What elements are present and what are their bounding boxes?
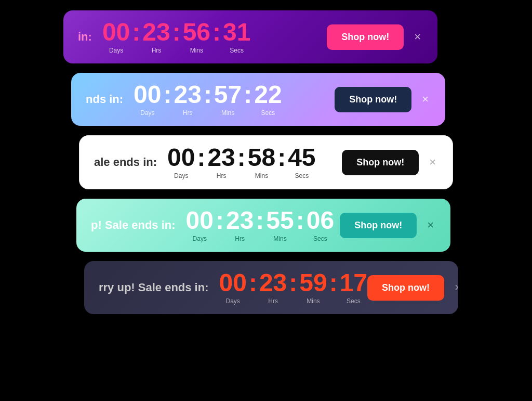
mins-unit: 57 Mins [214, 82, 242, 117]
hrs-value: 23 [142, 20, 170, 45]
days-value: 00 [167, 145, 195, 170]
banner-5-countdown: 00 Days : 23 Hrs : 59 Mins : 17 Secs [219, 270, 368, 305]
shop-now-button-1[interactable]: Shop now! [327, 24, 404, 50]
banner-3-label: ale ends in: [94, 156, 157, 169]
hrs-unit: 23 Hrs [207, 145, 235, 179]
secs-unit: 06 Secs [307, 208, 334, 242]
days-unit: 00 Days [186, 208, 214, 242]
hrs-label: Hrs [235, 235, 245, 242]
hrs-unit: 23 Hrs [142, 20, 170, 54]
days-label: Days [226, 297, 240, 305]
secs-unit: 17 Secs [340, 270, 367, 305]
sep-2: : [287, 270, 299, 295]
sep-2: : [170, 20, 183, 45]
sep-2: : [235, 145, 248, 170]
secs-value: 17 [340, 270, 367, 295]
mins-value: 57 [214, 82, 242, 107]
banner-3-countdown: 00 Days : 23 Hrs : 58 Mins : 45 Secs [167, 145, 316, 179]
hrs-value: 23 [226, 208, 254, 233]
mins-value: 55 [266, 208, 294, 233]
mins-unit: 55 Mins [266, 208, 294, 242]
shop-now-button-4[interactable]: Shop now! [340, 213, 417, 238]
hrs-label: Hrs [152, 47, 162, 54]
days-value: 00 [219, 270, 247, 295]
close-button-2[interactable]: × [420, 92, 431, 107]
days-label: Days [140, 109, 154, 117]
banner-2-label: nds in: [86, 93, 123, 106]
mins-label: Mins [255, 172, 268, 179]
sep-2: : [254, 208, 266, 233]
secs-label: Secs [347, 297, 361, 305]
secs-label: Secs [313, 235, 327, 242]
days-unit: 00 Days [167, 145, 195, 179]
sep-1: : [162, 82, 174, 107]
secs-value: 31 [223, 20, 250, 45]
mins-label: Mins [190, 47, 203, 54]
close-button-1[interactable]: × [412, 29, 423, 45]
secs-unit: 22 Secs [254, 82, 282, 117]
secs-label: Secs [230, 47, 244, 54]
banner-mint: p! Sale ends in: 00 Days : 23 Hrs : 55 M… [76, 199, 450, 252]
days-value: 00 [102, 20, 130, 45]
hrs-value: 23 [174, 82, 201, 107]
hrs-unit: 23 Hrs [174, 82, 201, 117]
sep-1: : [214, 208, 226, 233]
days-label: Days [109, 47, 123, 54]
banner-purple: in: 00 Days : 23 Hrs : 56 Mins : 31 Secs… [63, 10, 437, 63]
sep-1: : [195, 145, 207, 170]
close-button-4[interactable]: × [425, 217, 436, 233]
sep-3: : [210, 20, 223, 45]
secs-unit: 31 Secs [223, 20, 250, 54]
mins-label: Mins [273, 235, 286, 242]
days-label: Days [174, 172, 188, 179]
secs-unit: 45 Secs [288, 145, 315, 179]
secs-value: 22 [254, 82, 282, 107]
banner-1-label: in: [78, 30, 92, 44]
mins-unit: 58 Mins [248, 145, 275, 179]
banner-2-countdown: 00 Days : 23 Hrs : 57 Mins : 22 Secs [134, 82, 282, 117]
mins-label: Mins [307, 297, 320, 305]
hrs-unit: 23 Hrs [259, 270, 287, 305]
sep-1: : [130, 20, 142, 45]
mins-value: 56 [183, 20, 210, 45]
banner-dark: rry up! Sale ends in: 00 Days : 23 Hrs :… [84, 261, 458, 314]
banner-1-countdown: 00 Days : 23 Hrs : 56 Mins : 31 Secs [102, 20, 251, 54]
days-value: 00 [134, 82, 161, 107]
mins-unit: 56 Mins [183, 20, 210, 54]
secs-label: Secs [261, 109, 275, 117]
hrs-value: 23 [207, 145, 235, 170]
shop-now-button-3[interactable]: Shop now! [342, 150, 419, 175]
days-label: Days [193, 235, 207, 242]
sep-2: : [202, 82, 214, 107]
banner-4-label: p! Sale ends in: [91, 218, 176, 232]
sep-3: : [275, 145, 288, 170]
days-value: 00 [186, 208, 214, 233]
sep-3: : [294, 208, 307, 233]
mins-value: 58 [248, 145, 275, 170]
banner-5-label: rry up! Sale ends in: [99, 281, 209, 294]
hrs-label: Hrs [268, 297, 278, 305]
hrs-label: Hrs [217, 172, 227, 179]
shop-now-button-2[interactable]: Shop now! [335, 87, 411, 112]
banner-white: ale ends in: 00 Days : 23 Hrs : 58 Mins … [79, 135, 453, 189]
close-button-5[interactable]: × [453, 280, 458, 295]
hrs-value: 23 [259, 270, 287, 295]
mins-value: 59 [299, 270, 327, 295]
hrs-label: Hrs [183, 109, 193, 117]
mins-label: Mins [221, 109, 234, 117]
mins-unit: 59 Mins [299, 270, 327, 305]
days-unit: 00 Days [134, 82, 161, 117]
banner-4-countdown: 00 Days : 23 Hrs : 55 Mins : 06 Secs [186, 208, 335, 242]
secs-value: 45 [288, 145, 315, 170]
shop-now-button-5[interactable]: Shop now! [367, 275, 444, 301]
days-unit: 00 Days [219, 270, 247, 305]
sep-3: : [242, 82, 254, 107]
sep-3: : [327, 270, 340, 295]
secs-value: 06 [307, 208, 334, 233]
days-unit: 00 Days [102, 20, 130, 54]
sep-1: : [247, 270, 259, 295]
close-button-3[interactable]: × [427, 154, 438, 170]
hrs-unit: 23 Hrs [226, 208, 254, 242]
secs-label: Secs [295, 172, 309, 179]
banner-cyan-purple: nds in: 00 Days : 23 Hrs : 57 Mins : 22 … [71, 73, 445, 126]
